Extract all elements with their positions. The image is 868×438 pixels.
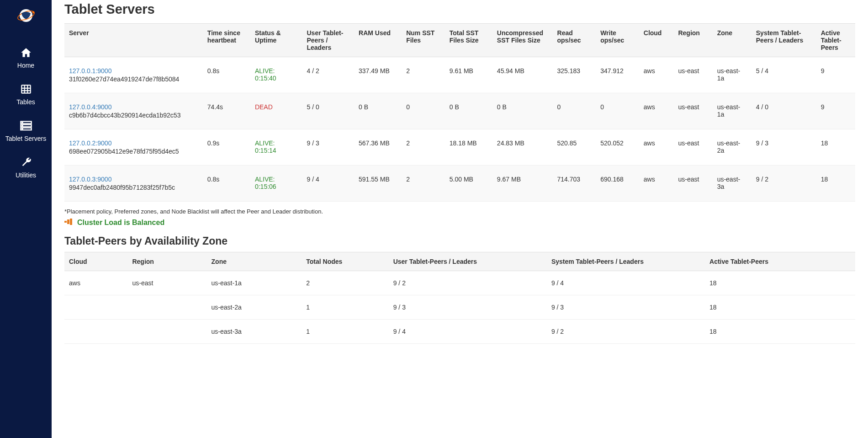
zone-cell: us-east-2a xyxy=(713,129,752,166)
server-link[interactable]: 127.0.0.4:9000 xyxy=(69,103,198,111)
sys-peers-cell: 5 / 4 xyxy=(752,57,816,93)
heartbeat-cell: 0.8s xyxy=(203,166,250,202)
column-header[interactable]: Zone xyxy=(207,252,302,271)
nodes-cell: 1 xyxy=(302,295,388,320)
server-link[interactable]: 127.0.0.1:9000 xyxy=(69,67,198,75)
column-header[interactable]: Uncompressed SST Files Size xyxy=(492,24,553,57)
server-link[interactable]: 127.0.0.2:9000 xyxy=(69,139,198,147)
column-header[interactable]: Active Tablet-Peers xyxy=(816,24,855,57)
nav-label: Home xyxy=(17,62,34,69)
main-content: Tablet Servers ServerTime since heartbea… xyxy=(52,0,868,438)
placement-note: *Placement policy, Preferred zones, and … xyxy=(64,208,855,215)
home-icon xyxy=(20,46,32,59)
column-header[interactable]: Num SST Files xyxy=(402,24,445,57)
svg-rect-15 xyxy=(67,219,69,224)
column-header[interactable]: Read ops/sec xyxy=(553,24,596,57)
uncompressed-cell: 24.83 MB xyxy=(492,129,553,166)
active-peers-cell: 9 xyxy=(816,57,855,93)
sys-peers-cell: 9 / 3 xyxy=(752,129,816,166)
balance-status-row: Cluster Load is Balanced xyxy=(64,219,855,227)
column-header[interactable]: Zone xyxy=(713,24,752,57)
column-header[interactable]: Total SST Files Size xyxy=(445,24,492,57)
column-header[interactable]: Cloud xyxy=(639,24,674,57)
sst-size-cell: 18.18 MB xyxy=(445,129,492,166)
active-peers-cell: 18 xyxy=(816,129,855,166)
uncompressed-cell: 9.67 MB xyxy=(492,166,553,202)
sst-size-cell: 0 B xyxy=(445,93,492,129)
read-ops-cell: 520.85 xyxy=(553,129,596,166)
write-ops-cell: 520.052 xyxy=(596,129,639,166)
region-cell: us-east xyxy=(127,271,206,295)
column-header[interactable]: Region xyxy=(673,24,712,57)
region-cell: us-east xyxy=(673,57,712,93)
nav-label: Tablet Servers xyxy=(5,135,46,142)
svg-point-2 xyxy=(32,11,34,14)
column-header[interactable]: Active Tablet-Peers xyxy=(705,252,855,271)
column-header[interactable]: User Tablet-Peers / Leaders xyxy=(302,24,354,57)
user-peers-cell: 9 / 2 xyxy=(389,271,547,295)
page-title: Tablet Servers xyxy=(64,2,855,17)
user-peers-cell: 9 / 4 xyxy=(302,166,354,202)
column-header[interactable]: Server xyxy=(64,24,203,57)
region-cell: us-east xyxy=(673,93,712,129)
cloud-cell: aws xyxy=(639,93,674,129)
nodes-cell: 1 xyxy=(302,320,388,344)
column-header[interactable]: Cloud xyxy=(64,252,127,271)
table-row: us-east-3a19 / 49 / 218 xyxy=(64,320,855,344)
server-icon xyxy=(20,119,32,132)
nav-home[interactable]: Home xyxy=(0,41,52,77)
svg-point-13 xyxy=(22,128,23,129)
heartbeat-cell: 0.8s xyxy=(203,57,250,93)
column-header[interactable]: User Tablet-Peers / Leaders xyxy=(389,252,547,271)
column-header[interactable]: Region xyxy=(127,252,206,271)
server-link[interactable]: 127.0.0.3:9000 xyxy=(69,176,198,183)
column-header[interactable]: System Tablet-Peers / Leaders xyxy=(752,24,816,57)
active-peers-cell: 18 xyxy=(705,295,855,320)
region-cell xyxy=(127,295,206,320)
nav-tablet-servers[interactable]: Tablet Servers xyxy=(0,114,52,150)
status-cell: ALIVE:0:15:14 xyxy=(250,129,302,166)
column-header[interactable]: Status & Uptime xyxy=(250,24,302,57)
zone-cell: us-east-3a xyxy=(713,166,752,202)
region-cell: us-east xyxy=(673,129,712,166)
nav-utilities[interactable]: Utilities xyxy=(0,150,52,187)
column-header[interactable]: Total Nodes xyxy=(302,252,388,271)
user-peers-cell: 9 / 4 xyxy=(389,320,547,344)
cloud-cell: aws xyxy=(639,57,674,93)
server-uuid: c9b6b7d4cbcc43b290914ecda1b92c53 xyxy=(69,112,198,119)
cloud-cell xyxy=(64,320,127,344)
zones-table: CloudRegionZoneTotal NodesUser Tablet-Pe… xyxy=(64,252,855,344)
ram-cell: 0 B xyxy=(354,93,402,129)
nav-label: Tables xyxy=(16,98,35,106)
svg-rect-3 xyxy=(21,85,31,93)
ram-cell: 591.55 MB xyxy=(354,166,402,202)
column-header[interactable]: System Tablet-Peers / Leaders xyxy=(547,252,705,271)
heartbeat-cell: 0.9s xyxy=(203,129,250,166)
write-ops-cell: 690.168 xyxy=(596,166,639,202)
status-cell: ALIVE:0:15:40 xyxy=(250,57,302,93)
active-peers-cell: 18 xyxy=(705,271,855,295)
zone-cell: us-east-1a xyxy=(713,93,752,129)
zone-cell: us-east-1a xyxy=(713,57,752,93)
column-header[interactable]: Write ops/sec xyxy=(596,24,639,57)
svg-rect-16 xyxy=(70,219,72,225)
server-uuid: 9947dec0afb2480f95b71283f25f7b5c xyxy=(69,184,198,191)
nodes-cell: 2 xyxy=(302,271,388,295)
wrench-icon xyxy=(20,156,32,169)
sidebar: Home Tables Tablet Servers Utilities xyxy=(0,0,52,438)
status-cell: DEAD xyxy=(250,93,302,129)
zone-cell: us-east-3a xyxy=(207,320,302,344)
nav-tables[interactable]: Tables xyxy=(0,77,52,114)
balance-status-text: Cluster Load is Balanced xyxy=(77,219,164,227)
table-row: 127.0.0.4:9000c9b6b7d4cbcc43b290914ecda1… xyxy=(64,93,855,129)
column-header[interactable]: Time since heartbeat xyxy=(203,24,250,57)
column-header[interactable]: RAM Used xyxy=(354,24,402,57)
servers-table: ServerTime since heartbeatStatus & Uptim… xyxy=(64,23,855,202)
num-sst-cell: 2 xyxy=(402,166,445,202)
uncompressed-cell: 45.94 MB xyxy=(492,57,553,93)
num-sst-cell: 2 xyxy=(402,129,445,166)
status-cell: ALIVE:0:15:06 xyxy=(250,166,302,202)
sst-size-cell: 9.61 MB xyxy=(445,57,492,93)
server-uuid: 698ee072905b412e9e78fd75f95d4ec5 xyxy=(69,148,198,155)
active-peers-cell: 18 xyxy=(816,166,855,202)
